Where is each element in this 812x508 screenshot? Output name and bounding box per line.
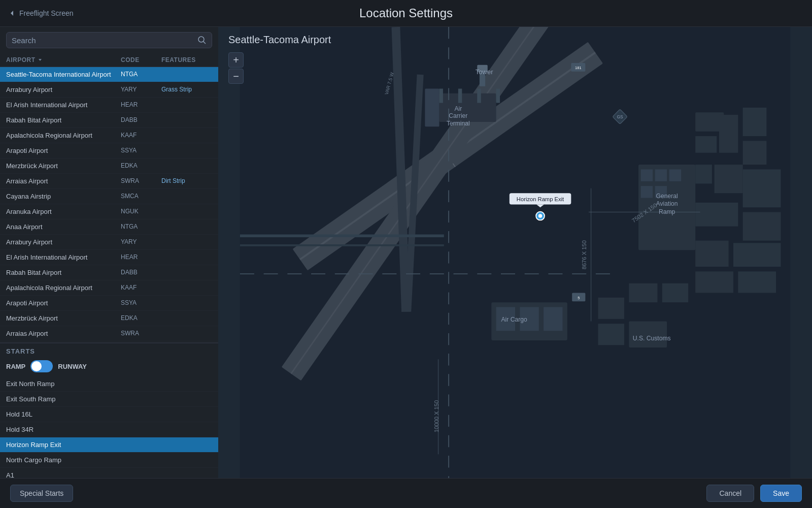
airport-feature (161, 314, 212, 322)
code-col-label: CODE (121, 56, 161, 64)
search-input[interactable] (12, 36, 193, 45)
svg-rect-12 (425, 89, 439, 127)
svg-rect-13 (439, 89, 443, 103)
footer-actions: Cancel Save (706, 485, 802, 502)
airport-row[interactable]: Aranuka Airport NGUK (0, 204, 218, 219)
start-item[interactable]: A1 (0, 468, 218, 478)
runway-label: RUNWAY (58, 363, 87, 370)
svg-rect-26 (669, 169, 681, 181)
airport-row[interactable]: Arraias Airport SWRA (0, 326, 218, 341)
back-icon (8, 9, 16, 17)
airport-row[interactable]: El Arish International Airport HEAR (0, 98, 218, 113)
airport-name: Anaa Airport (6, 223, 121, 231)
search-box (6, 32, 212, 48)
special-starts-button[interactable]: Special Starts (10, 485, 73, 502)
airport-feature (161, 208, 212, 215)
airport-row[interactable]: Rabah Bitat Airport DABB (0, 113, 218, 128)
start-item[interactable]: North Cargo Ramp (0, 453, 218, 468)
start-item[interactable]: Hold 16L (0, 407, 218, 422)
start-item[interactable]: Hold 34R (0, 422, 218, 437)
toggle-row: RAMP RUNWAY (0, 358, 218, 376)
airport-row[interactable]: Apalachicola Regional Airport KAAF (0, 280, 218, 296)
back-label: Freeflight Screen (19, 9, 74, 17)
airport-name: Arraias Airport (6, 330, 121, 337)
airport-feature (161, 223, 212, 231)
airport-sort-button[interactable]: AIRPORT (6, 56, 121, 64)
map-area: Seattle-Tacoma Airport + − (218, 27, 812, 478)
airport-row[interactable]: Cayana Airstrip SMCA (0, 189, 218, 204)
airport-code: YARY (121, 238, 161, 246)
airport-name: Seattle-Tacoma International Airport (6, 71, 121, 78)
airport-row[interactable]: Arapoti Airport SSYA (0, 296, 218, 311)
start-item[interactable]: Exit South Ramp (0, 392, 218, 407)
airport-name: Arrabury Airport (6, 86, 121, 93)
svg-text:GS: GS (617, 114, 623, 119)
svg-text:5: 5 (578, 296, 580, 300)
airport-row[interactable]: Merzbrück Airport EDKA (0, 158, 218, 174)
airport-row[interactable]: Merzbrück Airport EDKA (0, 311, 218, 326)
airport-name: Cayana Airstrip (6, 193, 121, 200)
airport-row[interactable]: Arraias Airport SWRA Dirt Strip (0, 174, 218, 189)
svg-rect-47 (598, 324, 624, 345)
map-controls: + − (228, 52, 244, 84)
airport-feature (161, 71, 212, 78)
zoom-out-button[interactable]: − (228, 69, 244, 84)
svg-rect-40 (695, 241, 728, 267)
svg-text:Carrier: Carrier (449, 112, 467, 119)
airport-row[interactable]: Anaa Airport NTGA (0, 219, 218, 235)
ramp-label: RAMP (6, 363, 25, 370)
airport-name: Rabah Bitat Airport (6, 116, 121, 124)
airport-code: EDKA (121, 314, 161, 322)
airport-row[interactable]: Rabah Bitat Airport DABB (0, 265, 218, 280)
page-title: Location Settings (359, 6, 453, 20)
airport-feature (161, 330, 212, 337)
svg-rect-27 (641, 186, 653, 198)
svg-rect-34 (743, 141, 767, 165)
airport-code: SSYA (121, 299, 161, 307)
airport-code: YARY (121, 86, 161, 93)
airport-code: SWRA (121, 330, 161, 337)
back-button[interactable]: Freeflight Screen (8, 9, 74, 17)
airport-name: Aranuka Airport (6, 208, 121, 215)
zoom-in-button[interactable]: + (228, 52, 244, 68)
airport-row[interactable]: El Arish International Airport HEAR (0, 250, 218, 265)
svg-rect-25 (655, 169, 667, 181)
airport-row[interactable]: Arrabury Airport YARY Grass Strip (0, 82, 218, 98)
airport-code: KAAF (121, 284, 161, 292)
airport-row[interactable]: Apalachicola Regional Airport KAAF (0, 128, 218, 143)
svg-rect-32 (719, 115, 738, 153)
svg-point-78 (538, 214, 542, 217)
svg-rect-45 (662, 283, 688, 302)
airport-code: SWRA (121, 177, 161, 185)
airport-feature (161, 147, 212, 154)
save-button[interactable]: Save (760, 485, 802, 502)
search-container (0, 27, 218, 53)
svg-rect-42 (695, 271, 733, 293)
main-layout: AIRPORT CODE FEATURES Seattle-Tacoma Int… (0, 27, 812, 478)
left-panel: AIRPORT CODE FEATURES Seattle-Tacoma Int… (0, 27, 218, 478)
airport-code: DABB (121, 269, 161, 276)
airport-name: Merzbrück Airport (6, 314, 121, 322)
airport-feature (161, 162, 212, 170)
airport-name: Merzbrück Airport (6, 162, 121, 170)
start-item[interactable]: Exit North Ramp (0, 376, 218, 392)
airport-code: HEAR (121, 253, 161, 261)
airport-row[interactable]: Arrabury Airport YARY (0, 235, 218, 250)
airport-feature (161, 132, 212, 139)
airport-row[interactable]: Arapoti Airport SSYA (0, 143, 218, 158)
ramp-runway-toggle[interactable] (30, 360, 53, 372)
start-item[interactable]: Horizon Ramp Exit (0, 437, 218, 453)
svg-text:Horizon Ramp Exit: Horizon Ramp Exit (517, 196, 564, 202)
svg-rect-22 (544, 307, 562, 331)
airport-code: NTGA (121, 71, 161, 78)
svg-rect-16 (496, 89, 500, 103)
starts-list: Exit North RampExit South RampHold 16LHo… (0, 376, 218, 478)
starts-section: STARTS RAMP RUNWAY Exit North RampExit S… (0, 342, 218, 478)
airport-row[interactable]: Seattle-Tacoma International Airport NTG… (0, 67, 218, 82)
airport-code: SSYA (121, 147, 161, 154)
cancel-button[interactable]: Cancel (706, 485, 754, 502)
airport-feature (161, 193, 212, 200)
airport-name: Arapoti Airport (6, 299, 121, 307)
airport-name: Arrabury Airport (6, 238, 121, 246)
airport-code: KAAF (121, 132, 161, 139)
